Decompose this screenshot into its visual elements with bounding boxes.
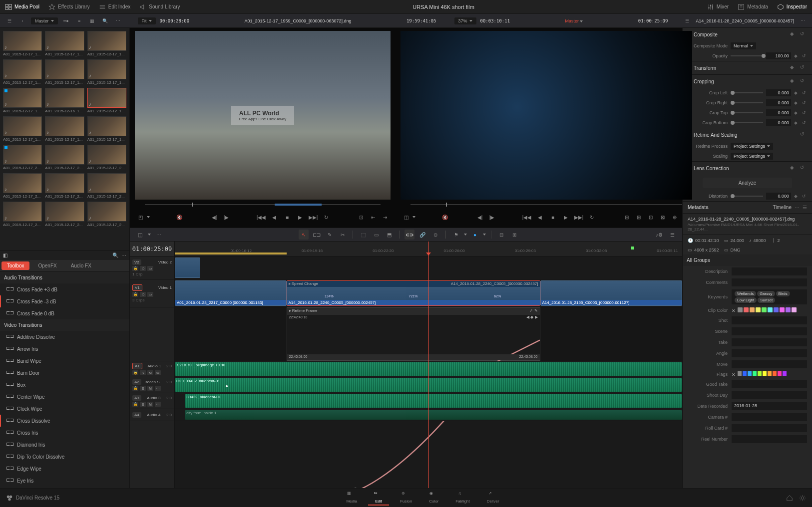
page-fusion[interactable]: ⊛Fusion bbox=[394, 490, 418, 506]
tool-replace-icon[interactable]: ⬒ bbox=[384, 230, 394, 240]
color-swatch[interactable] bbox=[774, 307, 779, 312]
rec-overwrite-icon[interactable]: ⊟ bbox=[621, 212, 632, 223]
src-match-icon[interactable]: ⊡ bbox=[356, 212, 367, 223]
distortion-input[interactable]: 0.000 bbox=[766, 193, 791, 200]
crop-slider[interactable] bbox=[731, 102, 763, 103]
metadata-input[interactable] bbox=[732, 391, 807, 399]
rec-stop-icon[interactable]: ■ bbox=[547, 212, 558, 223]
v1-enable-icon[interactable]: ▭ bbox=[147, 292, 153, 297]
flag-swatch[interactable] bbox=[753, 371, 757, 376]
flag-swatch[interactable] bbox=[763, 371, 767, 376]
pool-clip[interactable]: ♪A01_2015-12-12_1... bbox=[87, 88, 126, 113]
v2-lock-icon[interactable]: 🔒 bbox=[132, 266, 138, 271]
a4-clip[interactable]: city from inside 1 bbox=[185, 410, 682, 420]
reset-icon[interactable]: ↺ bbox=[802, 100, 807, 105]
composite-header[interactable]: Composite◆↺ bbox=[683, 28, 812, 41]
keyframe-icon[interactable]: ◆ bbox=[794, 100, 799, 105]
keywords-input[interactable]: WetlandsGrassyBirdsLow LightSunset bbox=[732, 289, 807, 304]
pool-clip[interactable]: ♪A01_2015-12-17_2... bbox=[45, 173, 84, 199]
list-view-icon[interactable]: ≡ bbox=[75, 16, 84, 25]
color-swatch[interactable] bbox=[762, 307, 767, 312]
flag-swatch[interactable] bbox=[783, 371, 787, 376]
rec-first-icon[interactable]: |◀◀ bbox=[521, 212, 532, 223]
flag-swatch[interactable] bbox=[748, 371, 752, 376]
track-header-a4[interactable]: A4Audio 42.0 bbox=[130, 409, 174, 421]
tab-edit-index[interactable]: Edit Index bbox=[99, 3, 130, 10]
src-stop-icon[interactable]: ■ bbox=[282, 212, 293, 223]
src-mute-icon[interactable]: 🔇 bbox=[174, 212, 185, 223]
tool-marker-icon[interactable]: ● bbox=[470, 230, 480, 240]
metadata-input[interactable]: 2016-01-28 bbox=[732, 402, 807, 410]
playhead[interactable] bbox=[428, 242, 429, 488]
tool-zoom-in-icon[interactable]: ⊞ bbox=[509, 230, 519, 240]
timeline-clip[interactable]: A01_2016-01-28_2217_C0000 [000000-001183… bbox=[175, 280, 287, 306]
fx-tab-audiofx[interactable]: Audio FX bbox=[64, 260, 98, 271]
rec-insert-icon[interactable]: ⊞ bbox=[633, 212, 644, 223]
a1-lock-icon[interactable]: 🔒 bbox=[132, 370, 138, 375]
tool-selection-icon[interactable]: ↖ bbox=[299, 230, 309, 240]
fx-item[interactable]: ⊏⊐Diamond Iris bbox=[0, 439, 129, 451]
tab-media-pool[interactable]: Media Pool bbox=[5, 3, 39, 10]
metadata-input[interactable] bbox=[732, 278, 807, 286]
source-frame[interactable]: ALL PC World Free Apps One Click Away bbox=[135, 31, 391, 200]
reset-icon[interactable]: ↺ bbox=[800, 31, 807, 38]
tl-customize-icon[interactable]: ♪⚙ bbox=[654, 230, 664, 240]
crop-slider[interactable] bbox=[731, 92, 763, 93]
tool-dynamic-icon[interactable]: ✎ bbox=[325, 230, 335, 240]
tl-view-icon[interactable]: ◫ bbox=[135, 230, 145, 240]
crop-input[interactable]: 0.000 bbox=[766, 99, 791, 106]
metadata-input[interactable] bbox=[732, 413, 807, 421]
pool-clip[interactable]: ♪A01_2015-12-17_1... bbox=[3, 31, 42, 56]
track-header-v2[interactable]: V2Video 2 🔒◇▭ 1 Clip bbox=[130, 256, 174, 279]
pool-clip[interactable]: ♪A01_2015-12-17_1... bbox=[3, 59, 42, 85]
metadata-options-icon[interactable]: ⋯ bbox=[795, 205, 800, 210]
opacity-reset-icon[interactable]: ↺ bbox=[802, 53, 807, 58]
crop-input[interactable]: 0.000 bbox=[766, 109, 791, 116]
record-scrubber[interactable] bbox=[401, 200, 692, 210]
opacity-input[interactable]: 100.00 bbox=[766, 52, 791, 59]
fx-item[interactable]: ⊏⊐Box bbox=[0, 379, 129, 391]
src-prev-edit-icon[interactable]: ◀| bbox=[209, 212, 220, 223]
source-scrubber[interactable] bbox=[135, 200, 391, 210]
flag-swatch[interactable] bbox=[768, 371, 772, 376]
color-swatch[interactable] bbox=[744, 307, 749, 312]
flag-swatch[interactable] bbox=[758, 371, 762, 376]
metadata-input[interactable] bbox=[732, 424, 807, 432]
track-header-a3[interactable]: A3Audio 32.0 🔒SM▭ bbox=[130, 393, 174, 409]
tool-overwrite-icon[interactable]: ▭ bbox=[371, 230, 381, 240]
transform-header[interactable]: Transform◆↺ bbox=[683, 61, 812, 74]
timeline-timecode[interactable]: 01:00:25:09 bbox=[130, 242, 174, 256]
tool-link-icon[interactable]: 🔗 bbox=[417, 230, 427, 240]
record-frame[interactable] bbox=[401, 31, 692, 200]
pool-clip[interactable]: ♪A01_2015-12-17_2... bbox=[87, 173, 126, 199]
pool-clip[interactable]: ♪A01_2015-12-17_1... bbox=[3, 88, 42, 113]
metadata-input[interactable] bbox=[732, 349, 807, 357]
pool-clip[interactable]: ♪A01_2015-12-17_2... bbox=[45, 202, 84, 227]
fx-item[interactable]: ⊏⊐Cross Iris bbox=[0, 427, 129, 439]
color-swatch[interactable] bbox=[792, 307, 797, 312]
retime-header[interactable]: Retime And Scaling↺ bbox=[683, 128, 812, 141]
tool-position-icon[interactable]: ⊙ bbox=[430, 230, 440, 240]
rec-prev-edit-icon[interactable]: ◀| bbox=[474, 212, 485, 223]
tool-flag-icon[interactable]: ⚑ bbox=[451, 230, 461, 240]
pool-clip[interactable]: ♪A01_2015-12-17_1... bbox=[87, 31, 126, 56]
keyframe-icon[interactable]: ◆ bbox=[794, 90, 799, 95]
zoom-fit-dropdown[interactable]: Fit bbox=[138, 17, 156, 24]
fx-item[interactable]: ⊏⊐Cross Fade -3 dB bbox=[0, 295, 129, 307]
opacity-slider[interactable] bbox=[731, 55, 763, 56]
src-rev-icon[interactable]: ◀ bbox=[269, 212, 280, 223]
pool-clip[interactable]: ♪A01_2015-12-17_2... bbox=[3, 145, 42, 170]
pool-clip[interactable]: ♪A01_2015-12-17_2... bbox=[45, 145, 84, 170]
tab-mixer[interactable]: Mixer bbox=[707, 3, 729, 10]
pool-clip[interactable]: ♪A01_2015-12-16_1... bbox=[45, 88, 84, 113]
fx-tab-openfx[interactable]: OpenFX bbox=[31, 260, 63, 271]
timeline-clip[interactable]: ▸ Speed ChangeA14_2016-01-28_2240_C0005_… bbox=[287, 280, 540, 306]
keyframe-icon[interactable]: ◆ bbox=[794, 120, 799, 125]
crop-slider[interactable] bbox=[731, 122, 763, 123]
viewer-zoom-dropdown[interactable]: 37% bbox=[454, 17, 476, 24]
flag-swatch[interactable] bbox=[773, 371, 777, 376]
composite-mode-select[interactable]: Normal bbox=[731, 42, 756, 49]
fx-item[interactable]: ⊏⊐Cross Fade +3 dB bbox=[0, 283, 129, 295]
page-edit[interactable]: ✂Edit bbox=[368, 490, 389, 506]
src-mode-icon[interactable]: ◰ bbox=[135, 212, 146, 223]
